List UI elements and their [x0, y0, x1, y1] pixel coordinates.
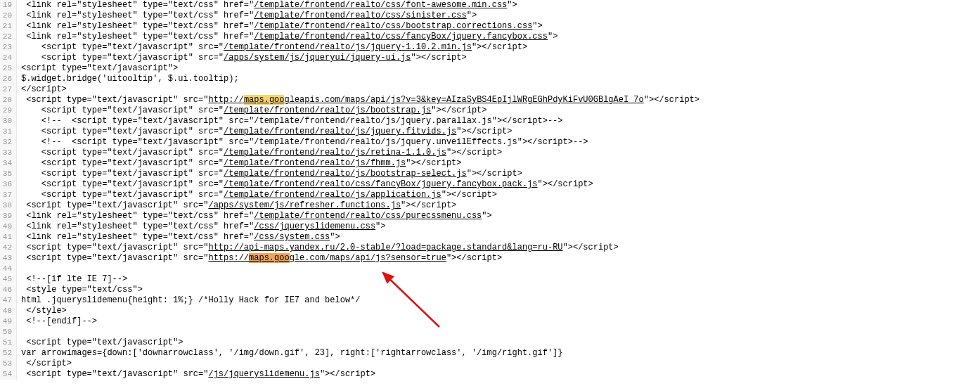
line-number: 29 — [0, 105, 17, 116]
source-link[interactable]: /template/frontend/realto/js/fhmm.js — [224, 158, 406, 168]
code-line: 33 <script type="text/javascript" src="/… — [0, 148, 980, 158]
code-line: 25<script type="text/javascript"> — [0, 63, 980, 74]
code-content: <script type="text/javascript" src="/tem… — [17, 127, 980, 137]
line-number: 19 — [0, 0, 17, 11]
source-link[interactable]: /template/frontend/realto/js/jquery-1.10… — [224, 42, 472, 52]
code-line: 47html .jqueryslidemenu{height: 1%;} /*H… — [0, 295, 980, 306]
source-viewer: 19 <link rel="stylesheet" type="text/css… — [0, 0, 980, 380]
line-number: 24 — [0, 53, 17, 63]
source-link[interactable]: http:// — [208, 95, 243, 105]
source-link[interactable]: /template/frontend/realto/css/fancyBox/j… — [224, 179, 537, 189]
code-line: 26$.widget.bridge('uitooltip', $.ui.tool… — [0, 74, 980, 84]
source-link[interactable]: /css/system.css — [254, 232, 330, 242]
line-number: 38 — [0, 200, 17, 211]
code-line: 51 <script type="text/javascript"> — [0, 337, 980, 348]
line-number: 32 — [0, 137, 17, 148]
source-link[interactable]: /apps/system/js/jqueryui/jquery-ui.js — [224, 53, 411, 63]
source-link[interactable]: /template/frontend/realto/js/retina-1.1.… — [224, 148, 446, 157]
code-line: 31 <script type="text/javascript" src="/… — [0, 127, 980, 137]
code-content: <script type="text/javascript"> — [17, 63, 980, 74]
source-link[interactable]: http://api-maps.yandex.ru/2.0-stable/?lo… — [208, 243, 562, 252]
source-link[interactable]: /js/jqueryslidemenu.js — [208, 369, 319, 379]
line-number: 23 — [0, 42, 17, 53]
code-line: 30 <!-- <script type="text/javascript" s… — [0, 116, 980, 127]
code-content: html .jqueryslidemenu{height: 1%;} /*Hol… — [17, 295, 980, 306]
code-content: <script type="text/javascript" src="/tem… — [17, 169, 980, 179]
source-link[interactable]: /apps/system/js/refresher.functions.js — [208, 200, 401, 210]
line-number: 49 — [0, 316, 17, 327]
line-number: 44 — [0, 264, 17, 274]
source-link[interactable]: /template/frontend/realto/css/fancyBox/j… — [254, 32, 548, 41]
code-content: <script type="text/javascript" src="http… — [17, 95, 980, 105]
code-line: 48 </style> — [0, 306, 980, 316]
source-link[interactable]: /template/frontend/realto/js/bootstrap.j… — [224, 105, 431, 115]
code-content — [17, 327, 980, 337]
source-link[interactable]: /template/frontend/realto/css/font-aweso… — [254, 0, 507, 10]
code-line: 39 <link rel="stylesheet" type="text/css… — [0, 211, 980, 221]
code-content: <style type="text/css"> — [17, 285, 980, 295]
code-content: <script type="text/javascript" src="/app… — [17, 200, 980, 211]
line-number: 45 — [0, 274, 17, 285]
code-line: 21 <link rel="stylesheet" type="text/css… — [0, 21, 980, 32]
code-line: 19 <link rel="stylesheet" type="text/css… — [0, 0, 980, 11]
code-line: 24 <script type="text/javascript" src="/… — [0, 53, 980, 63]
line-number: 22 — [0, 32, 17, 42]
line-number: 52 — [0, 348, 17, 359]
line-number: 25 — [0, 63, 17, 74]
code-line: 53 </script> — [0, 359, 980, 369]
code-line: 29 <script type="text/javascript" src="/… — [0, 105, 980, 116]
line-number: 30 — [0, 116, 17, 127]
code-content: <!--[if lte IE 7]--> — [17, 274, 980, 285]
line-number: 27 — [0, 84, 17, 95]
code-content: <script type="text/javascript" src="/tem… — [17, 42, 980, 53]
code-content: <script type="text/javascript" src="/tem… — [17, 105, 980, 116]
line-number: 31 — [0, 127, 17, 137]
code-content: <script type="text/javascript" src="/tem… — [17, 158, 980, 169]
code-content: <!-- <script type="text/javascript" src=… — [17, 137, 980, 148]
line-number: 36 — [0, 179, 17, 190]
code-content: <link rel="stylesheet" type="text/css" h… — [17, 32, 980, 42]
source-link[interactable]: maps.goo — [249, 253, 290, 263]
code-line: 23 <script type="text/javascript" src="/… — [0, 42, 980, 53]
line-number: 33 — [0, 148, 17, 158]
line-number: 51 — [0, 337, 17, 348]
code-content: <script type="text/javascript" src="http… — [17, 253, 980, 264]
code-line: 32 <!-- <script type="text/javascript" s… — [0, 137, 980, 148]
code-content: <link rel="stylesheet" type="text/css" h… — [17, 0, 980, 11]
source-link[interactable]: /template/frontend/realto/css/bootstrap.… — [254, 21, 532, 31]
code-content: <script type="text/javascript" src="/app… — [17, 53, 980, 63]
code-content — [17, 264, 980, 274]
line-number: 20 — [0, 11, 17, 21]
code-line: 27</script> — [0, 84, 980, 95]
source-link[interactable]: /template/frontend/realto/js/jquery.fitv… — [224, 127, 456, 136]
code-line: 42 <script type="text/javascript" src="h… — [0, 243, 980, 253]
code-content: <script type="text/javascript" src="/js/… — [17, 369, 980, 380]
line-number: 50 — [0, 327, 17, 337]
source-link[interactable]: maps.goo — [244, 95, 285, 105]
source-link[interactable]: /template/frontend/realto/css/sinister.c… — [254, 11, 466, 20]
line-number: 21 — [0, 21, 17, 32]
source-link[interactable]: gleapis.com/maps/api/js?v=3&key=AIzaSyBS… — [284, 95, 643, 105]
line-number: 41 — [0, 232, 17, 243]
source-link[interactable]: https:// — [208, 253, 249, 263]
code-line: 44 — [0, 264, 980, 274]
line-number: 46 — [0, 285, 17, 295]
source-link[interactable]: /template/frontend/realto/css/purecssmen… — [254, 211, 482, 221]
code-content: <link rel="stylesheet" type="text/css" h… — [17, 221, 980, 232]
code-content: <script type="text/javascript" src="/tem… — [17, 190, 980, 200]
line-number: 43 — [0, 253, 17, 264]
line-number: 40 — [0, 221, 17, 232]
code-content: </script> — [17, 359, 980, 369]
source-link[interactable]: /template/frontend/realto/js/application… — [224, 190, 441, 200]
code-content: <link rel="stylesheet" type="text/css" h… — [17, 11, 980, 21]
line-number: 39 — [0, 211, 17, 221]
source-link[interactable]: /template/frontend/realto/js/bootstrap-s… — [224, 169, 467, 179]
source-link[interactable]: /css/jqueryslidemenu.css — [254, 221, 375, 231]
line-number: 53 — [0, 359, 17, 369]
code-content: <link rel="stylesheet" type="text/css" h… — [17, 232, 980, 243]
code-content: </script> — [17, 84, 980, 95]
code-content: <link rel="stylesheet" type="text/css" h… — [17, 211, 980, 221]
code-content: <!--[endif]--> — [17, 316, 980, 327]
source-link[interactable]: gle.com/maps/api/js?sensor=true — [290, 253, 446, 263]
code-line: 40 <link rel="stylesheet" type="text/css… — [0, 221, 980, 232]
